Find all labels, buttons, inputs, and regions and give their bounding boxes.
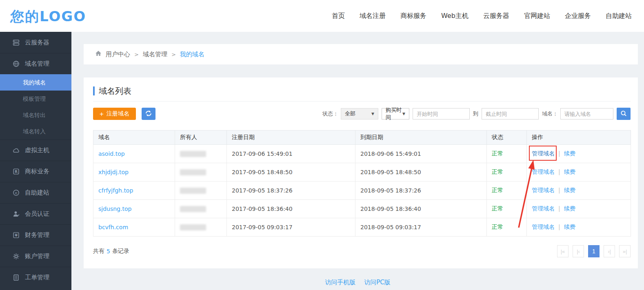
time-type-select[interactable]: 购买时间 ▼	[382, 108, 409, 120]
domain-search-input[interactable]	[560, 108, 613, 120]
pagination-next-button[interactable]: ›|	[604, 245, 615, 257]
domain-link[interactable]: sjdusng.top	[98, 206, 131, 212]
register-domain-button[interactable]: + 注册域名	[93, 108, 136, 120]
manage-domain-link[interactable]: 管理域名	[532, 150, 555, 157]
nav-home[interactable]: 首页	[332, 12, 345, 20]
sidebar-item-account[interactable]: 账户管理	[0, 246, 71, 267]
renew-link[interactable]: 续费	[564, 205, 575, 212]
renew-link[interactable]: 续费	[564, 224, 575, 230]
end-time-input[interactable]	[482, 108, 539, 120]
table-header-row: 域名 所有人 注册日期 到期日期 状态 操作	[93, 131, 631, 145]
action-separator: |	[558, 224, 560, 230]
breadcrumb: 用户中心 > 域名管理 > 我的域名	[84, 44, 638, 64]
gear-icon	[12, 253, 20, 260]
sidebar-item-label: 虚拟主机	[25, 146, 49, 154]
domain-link[interactable]: xhjdjdj.top	[98, 169, 129, 175]
col-header-registered: 注册日期	[227, 131, 355, 145]
summary-suffix: 条记录	[112, 248, 129, 255]
sidebar-subitem-template-management[interactable]: 模板管理	[0, 91, 71, 107]
refresh-button[interactable]	[142, 108, 155, 120]
sidebar-item-member-verify[interactable]: 会员认证	[0, 203, 71, 224]
expires-date: 2018-09-05 18:36:40	[360, 206, 421, 212]
nav-trademark[interactable]: 商标服务	[400, 12, 426, 20]
sidebar-subitem-my-domains[interactable]: 我的域名	[0, 74, 71, 91]
manage-domain-link[interactable]: 管理域名	[532, 205, 555, 212]
col-header-owner: 所有人	[175, 131, 227, 145]
register-domain-label: 注册域名	[107, 110, 129, 117]
renew-link[interactable]: 续费	[564, 187, 575, 193]
owner-redacted	[180, 169, 206, 175]
chevron-down-icon: ▼	[371, 112, 374, 116]
sidebar-item-label: 自助建站	[25, 189, 49, 197]
sidebar-item-label: 账户管理	[25, 252, 49, 260]
manage-domain-link[interactable]: 管理域名	[532, 224, 555, 230]
nav-self-service[interactable]: 自助建站	[606, 12, 632, 20]
yen-icon: ¥	[12, 232, 20, 239]
sidebar-item-finance[interactable]: ¥ 财务管理	[0, 224, 71, 246]
nav-web-hosting[interactable]: Web主机	[441, 12, 469, 20]
sidebar-item-domain-management[interactable]: 域名管理	[0, 53, 71, 74]
start-time-input[interactable]	[413, 108, 470, 120]
domain-link[interactable]: bcvfh.com	[98, 224, 128, 230]
sidebar-subitem-domain-transfer-in[interactable]: 域名转入	[0, 123, 71, 139]
domain-link[interactable]: asoid.top	[98, 151, 125, 157]
sidebar-item-label: 商标业务	[25, 168, 49, 175]
pagination-page-1[interactable]: 1	[588, 245, 600, 257]
table-row: sjdusng.top 2017-09-05 18:36:40 2018-09-…	[93, 200, 631, 218]
pc-version-link[interactable]: 访问PC版	[364, 279, 391, 286]
pagination-first-button[interactable]: |«	[557, 245, 568, 257]
table-footer: 共有 5 条记录 |« |‹ 1 ›| »|	[93, 245, 631, 257]
registered-date: 2017-09-05 09:03:17	[232, 224, 293, 230]
status-badge: 正常	[492, 150, 503, 157]
sidebar-item-label: 财务管理	[25, 231, 49, 239]
renew-link[interactable]: 续费	[564, 150, 575, 157]
page-title: 域名列表	[99, 86, 131, 97]
manage-domain-link[interactable]: 管理域名	[532, 168, 555, 175]
domain-link[interactable]: cfrfyjfgh.top	[98, 187, 133, 194]
status-filter-label: 状态：	[322, 110, 338, 117]
record-count: 5	[107, 248, 110, 255]
action-separator: |	[558, 150, 560, 157]
registered-date: 2017-09-05 18:36:40	[232, 206, 293, 212]
nav-site-builder[interactable]: 官网建站	[524, 12, 550, 20]
owner-redacted	[180, 224, 206, 230]
sidebar-item-virtual-host[interactable]: 虚拟主机	[0, 139, 71, 161]
table-row: asoid.top 2017-09-06 15:49:01 2018-09-06…	[93, 145, 631, 163]
sidebar-subitem-domain-transfer-out[interactable]: 域名转出	[0, 107, 71, 123]
domain-submenu: 我的域名 模板管理 域名转出 域名转入	[0, 74, 71, 139]
pagination-last-button[interactable]: »|	[619, 245, 631, 257]
e-circle-icon: e	[12, 189, 20, 197]
action-separator: |	[558, 168, 560, 175]
member-icon	[12, 210, 20, 218]
home-icon	[95, 50, 102, 58]
renew-link[interactable]: 续费	[564, 168, 575, 175]
sidebar-item-trademark[interactable]: R 商标业务	[0, 161, 71, 182]
breadcrumb-separator: >	[134, 51, 139, 58]
col-header-expires: 到期日期	[355, 131, 487, 145]
sidebar-item-cloud-server[interactable]: 云服务器	[0, 32, 71, 53]
site-footer: 访问手机版 访问PC版	[71, 278, 644, 286]
toolbar: + 注册域名 状态： 全部 ▼ 购买时间 ▼ 到	[93, 107, 631, 120]
filter-bar: 状态： 全部 ▼ 购买时间 ▼ 到 域名：	[322, 108, 631, 120]
site-logo: 您的LOGO	[10, 7, 86, 26]
search-button[interactable]	[617, 108, 631, 120]
breadcrumb-user-center[interactable]: 用户中心	[106, 51, 130, 58]
breadcrumb-domain-management[interactable]: 域名管理	[143, 51, 167, 58]
nav-domain-register[interactable]: 域名注册	[360, 12, 386, 20]
time-type-value: 购买时间	[386, 106, 402, 121]
expires-date: 2018-09-05 18:48:50	[360, 169, 421, 175]
sidebar-item-ticket[interactable]: 工单管理	[0, 267, 71, 288]
sidebar-item-label: 会员认证	[25, 210, 49, 218]
pagination-prev-button[interactable]: |‹	[573, 245, 584, 257]
nav-enterprise[interactable]: 企业服务	[565, 12, 591, 20]
mobile-version-link[interactable]: 访问手机版	[325, 279, 355, 286]
sidebar-item-label: 工单管理	[25, 274, 49, 281]
owner-redacted	[180, 206, 206, 212]
nav-cloud-server[interactable]: 云服务器	[483, 12, 509, 20]
breadcrumb-my-domains[interactable]: 我的域名	[180, 51, 204, 58]
manage-domain-link[interactable]: 管理域名	[532, 187, 555, 193]
sidebar-item-self-site[interactable]: e 自助建站	[0, 182, 71, 203]
title-accent-bar	[93, 86, 95, 95]
owner-redacted	[180, 188, 206, 194]
status-select[interactable]: 全部 ▼	[341, 108, 378, 120]
